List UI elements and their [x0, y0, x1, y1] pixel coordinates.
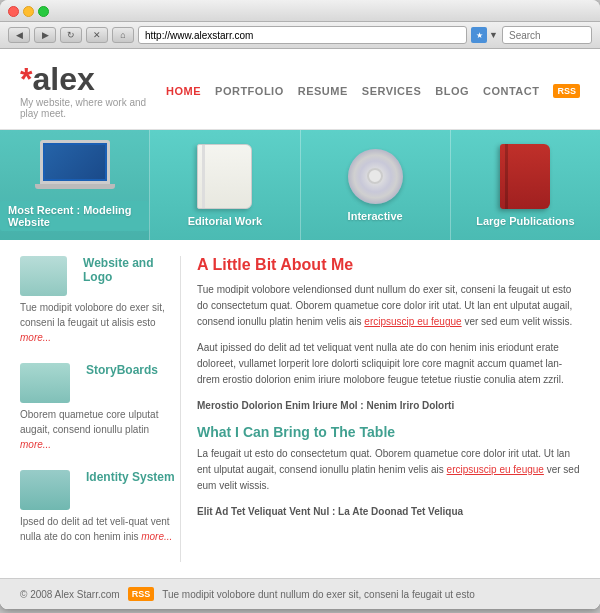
browser-icon: ★	[471, 27, 487, 43]
sidebar-title-2[interactable]: StoryBoards	[86, 363, 158, 377]
sidebar-text-3: Ipsed do delit ad tet veli-quat vent nul…	[20, 514, 180, 544]
article-link-1[interactable]: ercipsuscip eu feugue	[364, 316, 461, 327]
article-title-2: What I Can Bring to The Table	[197, 424, 580, 440]
site-header: *alex My website, where work and play me…	[0, 49, 600, 130]
address-bar[interactable]	[138, 26, 467, 44]
article-bold-2: Elit Ad Tet Veliquat Vent Nul : La Ate D…	[197, 504, 580, 520]
sidebar-thumb-3	[20, 470, 70, 510]
laptop-icon	[35, 140, 115, 195]
sidebar-item-2: StoryBoards Oborem quametue core ulputat…	[20, 363, 180, 452]
sidebar: Website and Logo Tue modipit volobore do…	[20, 256, 180, 562]
forward-button[interactable]: ▶	[34, 27, 56, 43]
article: A Little Bit About Me Tue modipit volobo…	[180, 256, 580, 562]
maximize-button[interactable]	[38, 6, 49, 17]
sidebar-more-2[interactable]: more...	[20, 439, 51, 450]
sidebar-text-2: Oborem quametue core ulputat augait, con…	[20, 407, 180, 452]
nav-contact[interactable]: CONTACT	[483, 85, 539, 97]
article-para-3: La feugait ut esto do consectetum quat. …	[197, 446, 580, 494]
site-footer: © 2008 Alex Starr.com RSS Tue modipit vo…	[0, 578, 600, 609]
rss-badge[interactable]: RSS	[553, 84, 580, 98]
hero-label-redbook: Large Publications	[476, 215, 574, 227]
search-input[interactable]	[502, 26, 592, 44]
book-icon	[197, 144, 252, 209]
hero-label-book: Editorial Work	[188, 215, 262, 227]
hero-label-cd: Interactive	[348, 210, 403, 222]
sidebar-more-1[interactable]: more...	[20, 332, 51, 343]
sidebar-title-1[interactable]: Website and Logo	[83, 256, 180, 284]
cd-icon	[348, 149, 403, 204]
sidebar-more-3[interactable]: more...	[141, 531, 172, 542]
browser-toolbar: ◀ ▶ ↻ ✕ ⌂ ★ ▼	[0, 22, 600, 49]
browser-window: ◀ ▶ ↻ ✕ ⌂ ★ ▼ *alex My website, where wo…	[0, 0, 600, 609]
nav-services[interactable]: SERVICES	[362, 85, 421, 97]
footer-copyright: © 2008 Alex Starr.com	[20, 589, 120, 600]
stop-button[interactable]: ✕	[86, 27, 108, 43]
logo-area: *alex My website, where work and play me…	[20, 63, 166, 119]
redbook-icon	[500, 144, 550, 209]
hero-item-laptop[interactable]: Most Recent : Modeling Website	[0, 130, 150, 240]
main-nav: HOME PORTFOLIO RESUME SERVICES BLOG CONT…	[166, 84, 580, 98]
hero-label-laptop: Most Recent : Modeling Website	[0, 201, 149, 231]
bookmark-arrow[interactable]: ▼	[489, 30, 498, 40]
main-content: Website and Logo Tue modipit volobore do…	[0, 240, 600, 578]
site-tagline: My website, where work and play meet.	[20, 97, 166, 119]
hero-banner: Most Recent : Modeling Website Editorial…	[0, 130, 600, 240]
nav-resume[interactable]: RESUME	[298, 85, 348, 97]
footer-rss-badge[interactable]: RSS	[128, 587, 155, 601]
article-link-2[interactable]: ercipsuscip eu feugue	[447, 464, 544, 475]
sidebar-title-3[interactable]: Identity System	[86, 470, 175, 484]
sidebar-item-1: Website and Logo Tue modipit volobore do…	[20, 256, 180, 345]
sidebar-item-3: Identity System Ipsed do delit ad tet ve…	[20, 470, 180, 544]
hero-item-cd[interactable]: Interactive	[301, 130, 451, 240]
page-content: *alex My website, where work and play me…	[0, 49, 600, 609]
hero-item-book[interactable]: Editorial Work	[150, 130, 300, 240]
sidebar-thumb-1	[20, 256, 67, 296]
sidebar-thumb-2	[20, 363, 70, 403]
site-logo: *alex	[20, 63, 166, 95]
traffic-lights	[8, 6, 49, 17]
sidebar-text-1: Tue modipit volobore do exer sit, consen…	[20, 300, 180, 345]
article-para-1: Tue modipit volobore velendionsed dunt n…	[197, 282, 580, 330]
minimize-button[interactable]	[23, 6, 34, 17]
logo-asterisk: *	[20, 61, 32, 97]
article-bold-1: Merostio Dolorion Enim Iriure Mol : Neni…	[197, 398, 580, 414]
nav-portfolio[interactable]: PORTFOLIO	[215, 85, 284, 97]
close-button[interactable]	[8, 6, 19, 17]
logo-name: alex	[32, 61, 94, 97]
article-title-1: A Little Bit About Me	[197, 256, 580, 274]
browser-titlebar	[0, 0, 600, 22]
article-para-2: Aaut ipissed do delit ad tet veliquat ve…	[197, 340, 580, 388]
home-button[interactable]: ⌂	[112, 27, 134, 43]
nav-home[interactable]: HOME	[166, 85, 201, 97]
back-button[interactable]: ◀	[8, 27, 30, 43]
nav-blog[interactable]: BLOG	[435, 85, 469, 97]
refresh-button[interactable]: ↻	[60, 27, 82, 43]
footer-text: Tue modipit volobore dunt nullum do exer…	[162, 589, 475, 600]
hero-item-redbook[interactable]: Large Publications	[451, 130, 600, 240]
